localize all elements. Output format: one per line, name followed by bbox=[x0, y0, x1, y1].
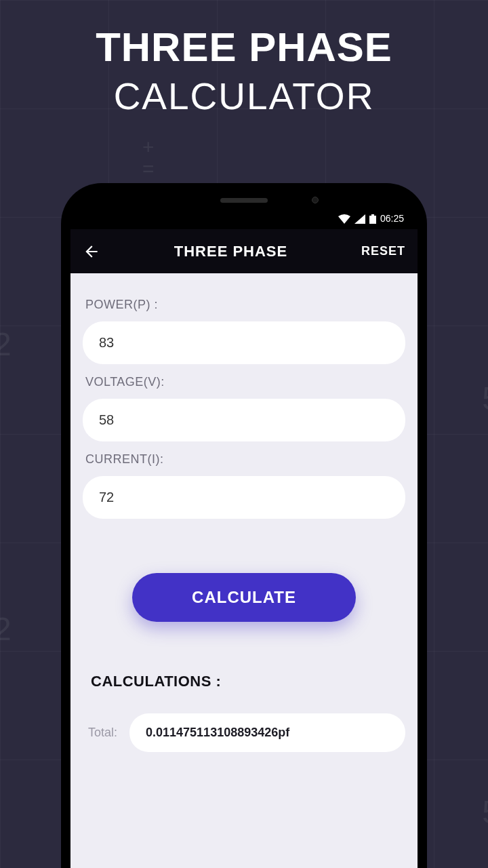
bg-decoration: + bbox=[142, 136, 155, 159]
promo-title-line1: THREE PHASE bbox=[0, 24, 488, 71]
phone-frame: 06:25 THREE PHASE RESET POWER(P) : VOLTA… bbox=[61, 183, 427, 868]
power-label: POWER(P) : bbox=[85, 298, 403, 312]
wifi-icon bbox=[338, 214, 350, 224]
promo-title: THREE PHASE CALCULATOR bbox=[0, 0, 488, 118]
back-button[interactable] bbox=[83, 243, 100, 260]
phone-screen: 06:25 THREE PHASE RESET POWER(P) : VOLTA… bbox=[70, 193, 418, 868]
signal-icon bbox=[354, 214, 365, 224]
svg-rect-1 bbox=[371, 214, 374, 216]
screen-title: THREE PHASE bbox=[174, 243, 287, 260]
phone-speaker bbox=[220, 198, 268, 203]
bg-decoration: 5 bbox=[482, 793, 488, 831]
power-input[interactable] bbox=[83, 321, 405, 364]
arrow-left-icon bbox=[83, 243, 100, 260]
bg-decoration: = bbox=[142, 157, 155, 180]
bg-decoration: 5 bbox=[482, 380, 488, 417]
bg-decoration: 2 bbox=[0, 610, 12, 648]
status-time: 06:25 bbox=[380, 213, 404, 224]
phone-camera bbox=[312, 197, 319, 203]
total-value: 0.011475113108893426pf bbox=[129, 713, 405, 752]
promo-title-line2: CALCULATOR bbox=[0, 75, 488, 118]
total-label: Total: bbox=[88, 726, 117, 740]
battery-icon bbox=[369, 214, 376, 224]
current-label: CURRENT(I): bbox=[85, 452, 403, 467]
voltage-label: VOLTAGE(V): bbox=[85, 375, 403, 389]
bg-decoration: 2 bbox=[0, 326, 12, 363]
app-header: THREE PHASE RESET bbox=[70, 229, 418, 273]
result-row: Total: 0.011475113108893426pf bbox=[83, 713, 405, 752]
svg-rect-0 bbox=[369, 216, 376, 224]
voltage-input[interactable] bbox=[83, 399, 405, 441]
app-body: POWER(P) : VOLTAGE(V): CURRENT(I): CALCU… bbox=[70, 273, 418, 868]
reset-button[interactable]: RESET bbox=[361, 244, 405, 258]
current-input[interactable] bbox=[83, 476, 405, 519]
calculations-heading: CALCULATIONS : bbox=[91, 673, 397, 690]
calculate-button[interactable]: CALCULATE bbox=[132, 573, 356, 622]
